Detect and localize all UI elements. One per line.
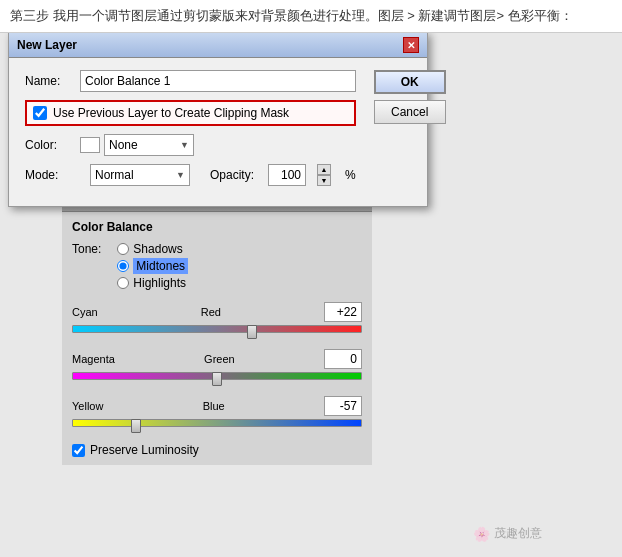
opacity-input[interactable] (268, 164, 306, 186)
yellow-blue-thumb[interactable] (131, 419, 141, 433)
cyan-label: Cyan (72, 306, 98, 318)
color-row: Color: None ▼ (25, 134, 356, 156)
shadows-radio[interactable] (117, 243, 129, 255)
color-dropdown-arrow: ▼ (180, 140, 189, 150)
cyan-red-thumb[interactable] (247, 325, 257, 339)
midtones-label: Midtones (133, 258, 188, 274)
yellow-blue-track-container (72, 419, 362, 433)
panel-body: Color Balance Tone: Shadows Midtones (62, 212, 372, 465)
magenta-green-section: Magenta Green 0 (72, 349, 362, 386)
color-swatch[interactable] (80, 137, 100, 153)
mode-dropdown[interactable]: Normal ▼ (90, 164, 190, 186)
watermark-text: 茂趣创意 (494, 525, 542, 542)
cyan-red-section: Cyan Red +22 (72, 302, 362, 339)
midtones-radio-row: Midtones (117, 258, 188, 274)
clipping-mask-checkbox[interactable] (33, 106, 47, 120)
opacity-stepper: ▲ ▼ (317, 164, 331, 186)
magenta-green-header: Magenta Green 0 (72, 349, 362, 369)
top-instruction: 第三步 我用一个调节图层通过剪切蒙版来对背景颜色进行处理。图层 > 新建调节图层… (0, 0, 622, 33)
name-row: Name: (25, 70, 356, 92)
ok-button[interactable]: OK (374, 70, 446, 94)
preserve-luminosity-row: Preserve Luminosity (72, 443, 362, 457)
name-input[interactable] (80, 70, 356, 92)
cyan-red-track-container (72, 325, 362, 339)
color-label: Color: (25, 138, 80, 152)
yellow-blue-track[interactable] (72, 419, 362, 427)
watermark: 🌸 茂趣创意 (473, 525, 542, 542)
preserve-luminosity-checkbox[interactable] (72, 444, 85, 457)
dialog-titlebar: New Layer ✕ (9, 33, 427, 58)
shadows-label: Shadows (133, 242, 182, 256)
magenta-label: Magenta (72, 353, 115, 365)
mode-label: Mode: (25, 168, 80, 182)
tone-label: Tone: (72, 242, 101, 256)
opacity-label: Opacity: (210, 168, 254, 182)
magenta-green-value[interactable]: 0 (324, 349, 362, 369)
dialog-buttons: OK Cancel (374, 70, 446, 124)
yellow-label: Yellow (72, 400, 103, 412)
tone-radio-group: Shadows Midtones Highlights (117, 242, 188, 290)
cyan-red-header: Cyan Red +22 (72, 302, 362, 322)
highlights-radio-row: Highlights (117, 276, 188, 290)
percent-label: % (345, 168, 356, 182)
green-label: Green (204, 353, 235, 365)
highlights-radio[interactable] (117, 277, 129, 289)
red-label: Red (201, 306, 221, 318)
color-dropdown[interactable]: None ▼ (104, 134, 194, 156)
cancel-button[interactable]: Cancel (374, 100, 446, 124)
midtones-radio[interactable] (117, 260, 129, 272)
dialog-body: Name: Use Previous Layer to Create Clipp… (9, 58, 427, 206)
highlights-label: Highlights (133, 276, 186, 290)
magenta-green-track-container (72, 372, 362, 386)
color-balance-title: Color Balance (72, 220, 362, 234)
adjustments-panel: ADJUSTMENTS ≡ Color Balance Tone: Shadow… (62, 193, 372, 465)
yellow-blue-value[interactable]: -57 (324, 396, 362, 416)
opacity-down-button[interactable]: ▼ (317, 175, 331, 186)
color-dropdown-value: None (109, 138, 138, 152)
cyan-red-track[interactable] (72, 325, 362, 333)
tone-section: Tone: Shadows Midtones Highlights (72, 242, 362, 290)
clipping-mask-label: Use Previous Layer to Create Clipping Ma… (53, 106, 289, 120)
preserve-luminosity-label: Preserve Luminosity (90, 443, 199, 457)
magenta-green-thumb[interactable] (212, 372, 222, 386)
cyan-red-value[interactable]: +22 (324, 302, 362, 322)
blue-label: Blue (203, 400, 225, 412)
dialog-close-button[interactable]: ✕ (403, 37, 419, 53)
opacity-up-button[interactable]: ▲ (317, 164, 331, 175)
name-label: Name: (25, 74, 80, 88)
watermark-icon: 🌸 (473, 526, 490, 542)
yellow-blue-section: Yellow Blue -57 (72, 396, 362, 433)
shadows-radio-row: Shadows (117, 242, 188, 256)
mode-row: Mode: Normal ▼ Opacity: ▲ ▼ % (25, 164, 356, 186)
clipping-mask-row: Use Previous Layer to Create Clipping Ma… (25, 100, 356, 126)
dialog-title: New Layer (17, 38, 77, 52)
new-layer-dialog: New Layer ✕ Name: Use Previous Layer to … (8, 32, 428, 207)
mode-dropdown-value: Normal (95, 168, 134, 182)
mode-dropdown-arrow: ▼ (176, 170, 185, 180)
yellow-blue-header: Yellow Blue -57 (72, 396, 362, 416)
